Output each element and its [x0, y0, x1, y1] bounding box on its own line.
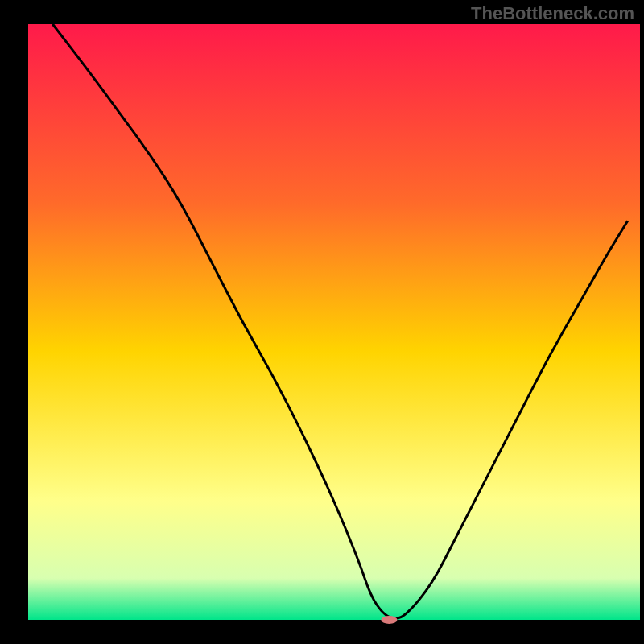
bottleneck-chart — [0, 0, 644, 644]
optimal-point-marker — [381, 616, 397, 624]
chart-container: TheBottleneck.com — [0, 0, 644, 644]
watermark-text: TheBottleneck.com — [471, 3, 634, 24]
